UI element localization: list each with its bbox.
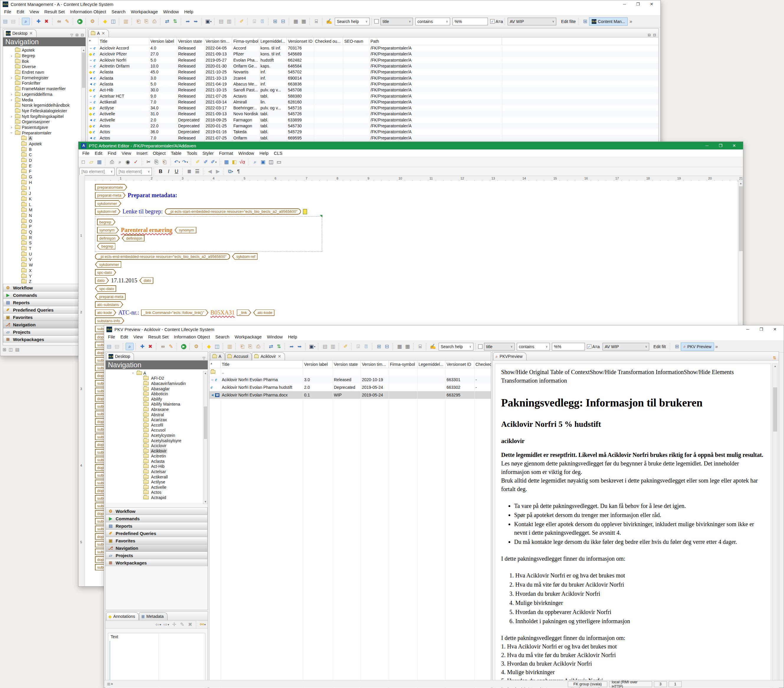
open-tag-begrep[interactable]: begrep <box>97 219 115 225</box>
tree-item-r[interactable]: R <box>3 235 86 240</box>
field-combo[interactable]: title∨ <box>380 18 413 25</box>
menu-table[interactable]: Table <box>168 150 184 156</box>
add-icon[interactable]: ✚ <box>35 18 43 25</box>
tray-up-icon[interactable]: ⍐ <box>259 18 266 25</box>
delete-annotation-icon[interactable]: ✖ <box>186 621 194 628</box>
layout-icon[interactable]: ◫ <box>9 347 13 352</box>
table-row[interactable]: .. <box>209 368 491 376</box>
toolbar-overflow-icon[interactable]: » <box>629 19 632 24</box>
marker-yellow-icon[interactable]: ✐ <box>194 158 202 166</box>
tree-item-act-hib[interactable]: Act-Hib <box>105 464 208 469</box>
table-row[interactable]: ⇔eAcitretin Orifarm10.0Released2020-01-3… <box>88 63 658 69</box>
open-tag-substans-info[interactable]: substans-info <box>95 317 124 324</box>
table-row[interactable]: ◄eActivelle2.0Deprecated2018-09-25Farmag… <box>88 117 658 123</box>
panel-button-commands[interactable]: ▶Commands <box>3 291 86 299</box>
checkout-icon[interactable]: ⎗ <box>135 18 142 25</box>
tree-item-actos[interactable]: Actos <box>105 490 208 495</box>
menu-window[interactable]: Window <box>160 8 181 15</box>
cut-icon[interactable]: ✂ <box>145 158 153 166</box>
run-icon[interactable]: ▶ <box>76 18 84 25</box>
tree-item-aciclovir[interactable]: Aciclovir <box>105 443 208 448</box>
tree-item-preparatomtaler[interactable]: ›Preparatomtaler <box>3 130 86 136</box>
checkout-icon[interactable]: ⎗ <box>238 343 246 350</box>
tree-item-legemiddelfirma[interactable]: ›Legemiddelfirma <box>3 92 86 97</box>
expander-icon[interactable]: › <box>10 98 13 102</box>
tree-item-abstral[interactable]: Abstral <box>105 412 208 417</box>
panel-button-projects[interactable]: ▱Projects <box>105 552 208 559</box>
open-tag-sykdom-ref[interactable]: sykdom-ref <box>95 209 120 215</box>
tree-item-accusol[interactable]: Accusol <box>105 428 208 433</box>
table-row[interactable]: ◄eAclasta5.0Released2021-04-19Abacus Me.… <box>88 81 658 87</box>
close-tag-preparat-meta[interactable]: preparat-meta <box>95 293 126 300</box>
tree-item-y[interactable]: Y <box>3 273 86 279</box>
tree-item-organisasjoner[interactable]: Organisasjoner <box>3 119 86 125</box>
menu-tools[interactable]: Tools <box>184 150 200 156</box>
panel-button-projects[interactable]: ▱Projects <box>3 328 86 335</box>
menu-result-set[interactable]: Result Set <box>41 8 67 15</box>
doc-preview-icon[interactable]: ⌕ <box>251 158 259 166</box>
menu-insert[interactable]: Insert <box>133 150 150 156</box>
tree-item-k[interactable]: K <box>3 196 86 202</box>
edit-icon[interactable]: ✎ <box>63 18 71 25</box>
annotations-list[interactable]: Text <box>108 633 205 688</box>
tree-item-accofil[interactable]: Accofil <box>105 422 208 428</box>
tree-item-aciklovir[interactable]: Aciklovir <box>105 448 208 454</box>
panel-button-reports[interactable]: ▤Reports <box>105 522 208 529</box>
numbered-list-icon[interactable]: ≣ <box>185 168 193 175</box>
preview-icon[interactable]: ⌕ <box>116 158 124 166</box>
split-view-icon[interactable]: ◫ <box>109 18 117 25</box>
edit-icon[interactable]: ✎ <box>167 343 175 350</box>
open-tag-synonym[interactable]: synonym <box>97 227 119 233</box>
row-view-icon[interactable]: ▭ <box>275 158 283 166</box>
tree-item-abasaglar[interactable]: Abasaglar <box>105 386 208 391</box>
processing-instruction-pill[interactable]: _pi ecls-end-embedded-resource resource=… <box>95 253 230 260</box>
menu-information-object[interactable]: Information Object <box>67 8 109 15</box>
link-annotation-icon[interactable]: ⚯▾ <box>199 621 207 628</box>
marker-insert-icon[interactable]: ✐▾ <box>210 158 218 166</box>
tree-item-afi-d2[interactable]: AFI-D2 <box>105 376 208 381</box>
panel-button-reports[interactable]: ▤Reports <box>3 299 86 306</box>
undo-icon[interactable]: ↶▾ <box>173 158 181 166</box>
preview-document[interactable]: Show/Hide Original Table of ContextShow/… <box>495 363 771 688</box>
wip-filter-combo[interactable]: AV WIP∨ <box>603 343 649 350</box>
close-tag-sykdom-ref[interactable]: sykdom-ref <box>232 253 257 260</box>
column-header-legemiddel-[interactable]: Legemiddel... <box>417 361 445 368</box>
find-icon[interactable]: ◉ <box>124 158 132 166</box>
doc-link[interactable]: B05XA31 <box>211 309 235 316</box>
print-icon[interactable]: ▤ <box>113 343 121 350</box>
table-row[interactable]: ◆eAclasta45.0Released2021-10-25Novartisi… <box>88 69 658 75</box>
select-search-icon[interactable]: ⌕ <box>126 343 133 350</box>
restore-icon[interactable]: ❐ <box>714 142 727 149</box>
tree-item-framemaker-masterfiler[interactable]: FrameMaker masterfiler <box>3 86 86 92</box>
operator-combo[interactable]: contains∨ <box>415 18 450 25</box>
menu-workpackage[interactable]: Workpackage <box>128 8 160 15</box>
menu-window[interactable]: Window <box>264 333 285 340</box>
close-icon[interactable]: ✕ <box>645 1 658 8</box>
menu-search[interactable]: Search <box>212 333 232 340</box>
window-view-icon[interactable]: ▣▾ <box>204 18 212 25</box>
tree-item-aclasta[interactable]: Aclasta <box>105 459 208 464</box>
doc-icon[interactable]: ▤ <box>217 18 225 25</box>
panel-button-workpackages[interactable]: ⊞Workpackages <box>3 335 86 343</box>
menu-find[interactable]: Find <box>105 150 119 156</box>
delete-icon[interactable]: ✖ <box>43 18 50 25</box>
minimize-icon[interactable]: ─ <box>618 1 631 8</box>
tree-item-acarizax[interactable]: Acarizax <box>105 417 208 422</box>
tray-down-icon[interactable]: ⍗ <box>250 18 259 25</box>
tree-item-v[interactable]: V <box>3 257 86 262</box>
menu-information-object[interactable]: Information Object <box>171 333 212 340</box>
open-tag-_link[interactable]: _link Command="ecls::follow_link()" <box>141 310 208 316</box>
column-header--[interactable]: * <box>88 38 99 45</box>
desktop-tab[interactable]: CLS Desktop <box>106 352 134 360</box>
column-header-legemiddel-[interactable]: Legemiddel... <box>259 38 287 45</box>
menu-cls[interactable]: CLS <box>271 150 285 156</box>
restore-icon[interactable]: ❐ <box>631 1 644 8</box>
grid-add-icon[interactable]: ⊞ <box>271 18 279 25</box>
panel-menu-icon[interactable]: ▽ <box>200 356 208 360</box>
tree-item-apotek[interactable]: Apotek <box>3 48 86 53</box>
tree-item-g[interactable]: G <box>3 174 86 180</box>
menu-file[interactable]: File <box>80 150 92 156</box>
close-tag-dato[interactable]: dato <box>140 277 153 284</box>
menu-result-set[interactable]: Result Set <box>145 333 171 340</box>
tree-item-abilify[interactable]: Abilify <box>105 396 208 402</box>
